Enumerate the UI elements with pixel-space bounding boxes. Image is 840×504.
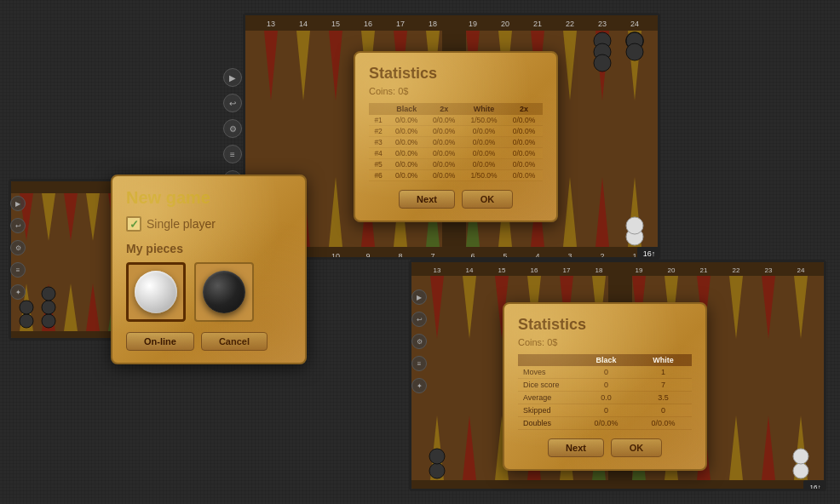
row4-b1: 0/0.0% xyxy=(388,148,425,159)
stats-col-black: Black xyxy=(388,103,425,115)
ctrl-list-bl[interactable]: ≡ xyxy=(10,262,26,278)
row5-b1: 0/0.0% xyxy=(388,159,425,170)
ctrl-undo-bl[interactable]: ↩ xyxy=(10,218,26,233)
svg-point-54 xyxy=(626,43,643,60)
stats-top-ok-button[interactable]: OK xyxy=(462,190,513,209)
svg-text:14: 14 xyxy=(299,20,308,28)
svg-text:21: 21 xyxy=(533,20,542,28)
svg-text:3: 3 xyxy=(567,252,572,257)
doubles-white: 0/0.0% xyxy=(635,417,692,430)
stats-top-buttons: Next OK xyxy=(369,190,543,209)
stats-coins-bottom: Coins: 0$ xyxy=(518,337,692,347)
svg-text:13: 13 xyxy=(434,266,441,274)
svg-point-59 xyxy=(626,217,643,234)
avg-black: 0.0 xyxy=(578,392,635,404)
svg-text:22: 22 xyxy=(566,20,574,28)
svg-point-97 xyxy=(20,301,33,314)
piece-white-option[interactable] xyxy=(126,262,186,322)
white-piece-circle xyxy=(135,271,177,313)
stats-table-top: Black 2x White 2x #1 0/0.0% 0/0.0% 1/50.… xyxy=(369,103,543,181)
stats-row-6: #6 0/0.0% 0/0.0% 1/50.0% 0/0.0% xyxy=(369,170,543,181)
row4-label: #4 xyxy=(369,148,388,159)
svg-text:24: 24 xyxy=(630,20,639,28)
stats2-row-skipped: Skipped 0 0 xyxy=(518,404,692,417)
my-pieces-label: My pieces xyxy=(126,242,291,255)
svg-text:8: 8 xyxy=(398,252,402,257)
svg-text:23: 23 xyxy=(598,20,607,28)
avg-white: 3.5 xyxy=(635,392,692,404)
row5-b2: 0/0.0% xyxy=(425,159,463,170)
row6-label: #6 xyxy=(369,170,388,181)
row6-b1: 0/0.0% xyxy=(388,170,425,181)
svg-text:9: 9 xyxy=(365,252,370,257)
black-piece-circle xyxy=(203,271,245,313)
ctrl-star-bl[interactable]: ✦ xyxy=(10,284,26,300)
avg-label: Average xyxy=(518,392,578,404)
piece-black-option[interactable] xyxy=(194,262,254,322)
row4-b2: 0/0.0% xyxy=(425,148,463,159)
svg-text:20: 20 xyxy=(501,20,509,28)
stats-bottom-next-button[interactable]: Next xyxy=(548,438,604,457)
ctrl-undo[interactable]: ↩ xyxy=(223,94,242,112)
ctrl-list-br[interactable]: ≡ xyxy=(411,356,427,371)
svg-rect-105 xyxy=(411,480,826,491)
svg-text:19: 19 xyxy=(469,20,477,28)
row5-w1: 0/0.0% xyxy=(463,159,505,170)
single-player-row[interactable]: ✓ Single player xyxy=(126,216,291,232)
checkmark-icon: ✓ xyxy=(129,218,139,231)
svg-point-143 xyxy=(793,463,808,478)
svg-point-100 xyxy=(42,287,55,301)
dice-black: 0 xyxy=(578,379,635,392)
row1-b1: 0/0.0% xyxy=(388,115,425,126)
svg-text:15: 15 xyxy=(498,266,506,274)
row2-label: #2 xyxy=(369,126,388,137)
row1-b2: 0/0.0% xyxy=(425,115,463,126)
svg-text:16: 16 xyxy=(364,20,372,28)
row6-b2: 0/0.0% xyxy=(425,170,463,181)
stats-col-2x-1: 2x xyxy=(425,103,463,115)
online-button[interactable]: On-line xyxy=(126,332,194,351)
row6-w2: 0/0.0% xyxy=(505,170,543,181)
ctrl-undo-br[interactable]: ↩ xyxy=(411,312,427,327)
stats-col-2x-2: 2x xyxy=(505,103,543,115)
stats-top-next-button[interactable]: Next xyxy=(399,190,455,209)
ctrl-play-br[interactable]: ▶ xyxy=(411,289,427,305)
svg-point-146 xyxy=(429,449,445,464)
svg-point-96 xyxy=(20,314,33,328)
row3-label: #3 xyxy=(369,137,388,148)
single-player-checkbox[interactable]: ✓ xyxy=(126,216,141,232)
svg-text:7: 7 xyxy=(430,252,434,257)
stats-table-bottom: Black White Moves 0 1 Dice score 0 7 Ave… xyxy=(518,354,692,430)
stats2-row-dice: Dice score 0 7 xyxy=(518,379,692,392)
stats2-col-black: Black xyxy=(578,354,635,366)
new-game-title: New game xyxy=(126,188,291,208)
new-game-dialog: New game ✓ Single player My pieces On-li… xyxy=(111,175,307,364)
svg-text:4: 4 xyxy=(535,252,539,257)
svg-text:2: 2 xyxy=(600,252,604,257)
row3-b1: 0/0.0% xyxy=(388,137,425,148)
stats2-col-white: White xyxy=(635,354,692,366)
stats-row-2: #2 0/0.0% 0/0.0% 0/0.0% 0/0.0% xyxy=(369,126,543,137)
row4-w1: 0/0.0% xyxy=(463,148,505,159)
ctrl-settings[interactable]: ⚙ xyxy=(223,119,242,138)
cancel-button[interactable]: Cancel xyxy=(201,332,268,351)
svg-text:16↑: 16↑ xyxy=(643,249,656,257)
ctrl-settings-bl[interactable]: ⚙ xyxy=(10,240,26,255)
svg-point-57 xyxy=(594,54,611,72)
svg-text:13: 13 xyxy=(267,20,275,28)
ctrl-play[interactable]: ▶ xyxy=(223,68,242,87)
svg-text:17: 17 xyxy=(396,20,405,28)
skip-label: Skipped xyxy=(518,404,578,417)
row3-w2: 0/0.0% xyxy=(505,137,543,148)
stats2-row-doubles: Doubles 0/0.0% 0/0.0% xyxy=(518,417,692,430)
svg-text:6: 6 xyxy=(470,252,475,257)
ctrl-list[interactable]: ≡ xyxy=(223,145,242,163)
ctrl-play-bl[interactable]: ▶ xyxy=(10,196,26,211)
svg-point-145 xyxy=(429,463,445,478)
ctrl-star-br[interactable]: ✦ xyxy=(411,378,427,393)
svg-text:15: 15 xyxy=(331,20,340,28)
row1-w2: 0/0.0% xyxy=(505,115,543,126)
stats-bottom-ok-button[interactable]: OK xyxy=(611,438,662,457)
ctrl-settings-br[interactable]: ⚙ xyxy=(411,334,427,349)
svg-text:18: 18 xyxy=(595,266,603,274)
